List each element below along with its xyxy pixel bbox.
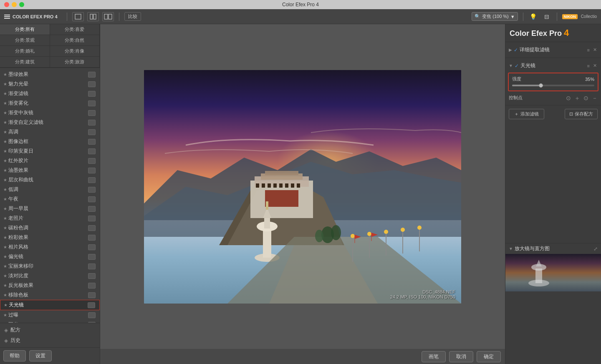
detail-filter-title: 详细提取滤镜 [520, 46, 586, 53]
app-logo: COLOR EFEX PRO 4 [4, 14, 58, 19]
right-panel-header: Color Efex Pro 4 [505, 24, 601, 42]
compare-button[interactable]: 比较 [124, 12, 141, 21]
filter-item[interactable]: ★渐变自定义滤镜 [0, 118, 100, 127]
filter-item[interactable]: ★魅力光晕 [0, 79, 100, 89]
view-dual-button[interactable] [102, 12, 114, 21]
filter-item[interactable]: ★层次和曲线 [0, 175, 100, 185]
cp-add-button[interactable]: ＋ [574, 95, 580, 101]
sidebar-actions: 帮助 设置 [0, 347, 100, 364]
histogram-section: ▼ 放大镜与直方图 ⤢ [505, 243, 601, 364]
intensity-slider-fill [512, 85, 541, 86]
filter-preview-icon [88, 273, 96, 279]
filter-item[interactable]: ★渐变滤镜 [0, 89, 100, 98]
cat-landscape[interactable]: 分类:景观 [0, 35, 50, 46]
app-container: COLOR EFEX PRO 4 比较 🔍 变焦 (100 %) ▼ 💡 ⊟ N… [0, 9, 601, 364]
intensity-label: 强度 [512, 76, 583, 82]
recipe-icon: ◈ [4, 327, 8, 333]
window-title: Color Efex Pro 4 [282, 2, 319, 8]
star-icon: ★ [3, 274, 7, 278]
cat-favorite[interactable]: 分类:喜爱 [50, 24, 100, 35]
skylight-header[interactable]: ▼ ✓ 天光镜 ≡ ✕ [505, 60, 601, 71]
filter-item[interactable]: ★相片风格 [0, 242, 100, 252]
cancel-bottom-button[interactable]: 取消 [449, 351, 473, 362]
cat-all[interactable]: 分类:所有 [0, 24, 50, 35]
svg-rect-19 [279, 183, 283, 188]
cp-target-button[interactable]: ⊙ [583, 95, 588, 101]
filter-item[interactable]: ★淡对比度 [0, 271, 100, 281]
filter-item[interactable]: ★阳光 [0, 320, 100, 323]
filter-item[interactable]: ★偏光镜 [0, 252, 100, 261]
svg-point-35 [367, 232, 371, 236]
detail-filter-section: ▶ ✓ 详细提取滤镜 ≡ ✕ [505, 42, 601, 58]
svg-rect-25 [263, 228, 271, 258]
filter-item[interactable]: ★图像边框 [0, 137, 100, 146]
filter-item[interactable]: ★碳粉色调 [0, 223, 100, 233]
recipe-section[interactable]: ◈ 配方 [0, 325, 100, 335]
filter-item[interactable]: ★过曝 [0, 310, 100, 320]
skylight-close-button[interactable]: ✕ [592, 63, 598, 68]
save-icon: ⊡ [569, 111, 573, 117]
menu-icon[interactable] [4, 15, 10, 19]
filter-preview-icon [88, 206, 96, 212]
canvas-area: DSC_4884.NEF 24.2 MP, ISO 100, NIKON D75… [100, 24, 505, 364]
star-icon: ★ [3, 293, 7, 297]
brush-bottom-button[interactable]: 画笔 [422, 351, 446, 362]
filter-item[interactable]: ★渐变雾化 [0, 98, 100, 108]
window-controls[interactable] [4, 2, 24, 7]
filter-item[interactable]: ★渐变中灰镜 [0, 108, 100, 118]
detail-filter-menu-button[interactable]: ≡ [586, 47, 591, 53]
save-recipe-button[interactable]: ⊡ 保存配方 [565, 109, 598, 119]
filter-preview-icon [88, 244, 96, 250]
filter-preview-icon [88, 139, 96, 145]
cat-architecture[interactable]: 分类:建筑 [0, 57, 50, 68]
view-single-button[interactable] [72, 12, 84, 21]
filter-item[interactable]: ★红外胶片 [0, 156, 100, 166]
filter-item[interactable]: ★粉彩效果 [0, 233, 100, 242]
filter-item[interactable]: ★周一早晨 [0, 204, 100, 213]
filter-item[interactable]: ★高调 [0, 127, 100, 137]
filter-preview-icon [88, 264, 96, 269]
filter-item[interactable]: ★移除色板 [0, 290, 100, 300]
recipe-label: 配方 [10, 326, 20, 334]
view-split-button[interactable] [87, 12, 99, 21]
star-icon: ★ [3, 235, 7, 240]
cat-natural[interactable]: 分类:自然 [50, 35, 100, 46]
close-button[interactable] [4, 2, 9, 7]
cp-minus-button[interactable]: － [592, 95, 598, 101]
filter-item[interactable]: ★油墨效果 [0, 166, 100, 175]
filter-item[interactable]: ★墨绿效果 [0, 70, 100, 79]
help-button[interactable]: 帮助 [3, 350, 26, 361]
zoom-icon: 🔍 [475, 14, 480, 19]
zoom-selector[interactable]: 🔍 变焦 (100 %) ▼ [472, 12, 518, 21]
skylight-menu-button[interactable]: ≡ [586, 63, 591, 68]
maximize-button[interactable] [19, 2, 24, 7]
intensity-slider[interactable] [512, 85, 594, 86]
histogram-arrow-icon: ▼ [509, 246, 513, 251]
filter-item-skylight[interactable]: ★天光镜 [0, 300, 100, 310]
image-container[interactable]: DSC_4884.NEF 24.2 MP, ISO 100, NIKON D75… [100, 24, 505, 349]
histogram-header[interactable]: ▼ 放大镜与直方图 ⤢ [505, 244, 601, 254]
filter-item[interactable]: ★印第安夏日 [0, 146, 100, 156]
history-section[interactable]: ◈ 历史 [0, 335, 100, 346]
skylight-arrow-icon: ▼ [509, 63, 513, 68]
cat-portrait[interactable]: 分类:肖像 [50, 46, 100, 57]
filter-item[interactable]: ★宝丽来移印 [0, 261, 100, 271]
cp-circle-button[interactable]: ⊙ [566, 95, 571, 101]
minimize-button[interactable] [12, 2, 17, 7]
star-icon: ★ [3, 82, 7, 86]
filter-item[interactable]: ★反光板效果 [0, 281, 100, 290]
cat-wedding[interactable]: 分类:婚礼 [0, 46, 50, 57]
cat-travel[interactable]: 分类:旅游 [50, 57, 100, 68]
detail-filter-close-button[interactable]: ✕ [592, 47, 598, 53]
detail-filter-header[interactable]: ▶ ✓ 详细提取滤镜 ≡ ✕ [505, 45, 601, 55]
histogram-expand-button[interactable]: ⤢ [593, 246, 598, 252]
bulb-icon-button[interactable]: 💡 [528, 12, 538, 22]
add-filter-button[interactable]: ＋ 添加滤镜 [509, 109, 544, 119]
photo-filename: DSC_4884.NEF [390, 289, 455, 294]
confirm-bottom-button[interactable]: 确定 [477, 351, 501, 362]
filter-item[interactable]: ★午夜 [0, 194, 100, 204]
settings-button[interactable]: 设置 [29, 350, 52, 361]
panel-toggle-button[interactable]: ⊟ [542, 12, 552, 22]
filter-item[interactable]: ★低调 [0, 185, 100, 194]
filter-item[interactable]: ★老照片 [0, 213, 100, 223]
